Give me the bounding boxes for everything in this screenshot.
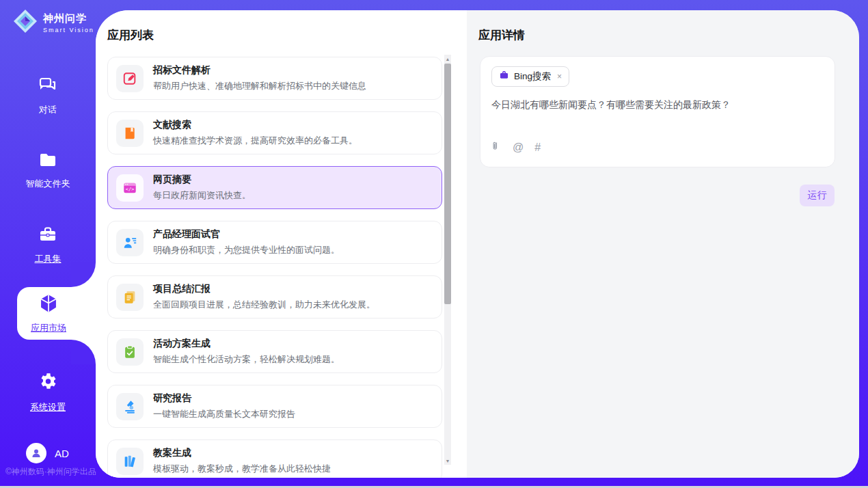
sidebar-item-label: 系统设置 [30, 402, 66, 412]
app-list-item[interactable]: 教案生成 模板驱动，教案秒成，教学准备从此轻松快捷 [107, 439, 442, 478]
microscope-icon [116, 393, 144, 420]
app-item-desc: 快速精准查找学术资源，提高研究效率的必备工具。 [153, 135, 357, 147]
app-item-desc: 帮助用户快速、准确地理解和解析招标书中的关键信息 [153, 80, 366, 92]
svg-text:</>: </> [126, 187, 134, 192]
sidebar-item-label: 应用市场 [31, 323, 66, 333]
avatar [26, 443, 46, 463]
attachment-toolbar: @ # [491, 140, 541, 154]
mention-at-icon[interactable]: @ [513, 141, 524, 154]
app-item-desc: 一键智能生成高质量长文本研究报告 [153, 408, 295, 420]
app-item-title: 教案生成 [153, 447, 331, 459]
app-item-desc: 每日政府新闻资讯快查。 [153, 189, 251, 202]
interview-icon [116, 229, 144, 256]
app-item-title: 招标文件解析 [153, 64, 366, 77]
paperclip-icon[interactable] [491, 140, 502, 154]
main-container: 应用列表 招标文件解析 帮助用户快速、准确地理解和解析招标书中的关键信息 文献搜… [96, 10, 859, 478]
app-item-desc: 智能生成个性化活动方案，轻松解决规划难题。 [153, 353, 340, 366]
sidebar-item-smart-folder[interactable]: 智能文件夹 [0, 152, 96, 190]
browser-code-icon: </> [116, 174, 144, 202]
app-item-title: 产品经理面试官 [153, 228, 340, 241]
briefcase-tool-icon [499, 70, 509, 83]
app-list-item[interactable]: 招标文件解析 帮助用户快速、准确地理解和解析招标书中的关键信息 [107, 57, 442, 100]
brand-name: 神州问学 [43, 12, 94, 25]
gem-logo-icon [12, 8, 38, 37]
user-account[interactable]: AD [26, 443, 69, 463]
copyright-footer: ©神州数码·神州问学出品 [5, 466, 96, 478]
chat-icon [0, 77, 96, 97]
clipboard-check-icon [116, 338, 144, 366]
app-item-title: 文献搜索 [153, 119, 357, 131]
book-icon [116, 120, 144, 147]
run-button[interactable]: 运行 [800, 185, 835, 206]
app-list-item[interactable]: 项目总结汇报 全面回顾项目进展，总结经验教训，助力未来优化发展。 [107, 275, 442, 318]
brand-tagline: Smart Vision [43, 27, 94, 33]
app-item-title: 研究报告 [153, 392, 295, 405]
app-item-desc: 模板驱动，教案秒成，教学准备从此轻松快捷 [153, 463, 331, 475]
tool-tag-bing-search[interactable]: Bing搜索 × [491, 66, 569, 87]
app-item-desc: 明确身份和职责，为您提供专业性的面试问题。 [153, 244, 340, 256]
sidebar-item-app-market[interactable]: 应用市场 [17, 287, 96, 340]
sidebar-item-chat[interactable]: 对话 [0, 77, 96, 116]
sidebar-item-label: 对话 [39, 105, 57, 115]
app-list-title: 应用列表 [107, 27, 467, 43]
app-detail-panel: 应用详情 Bing搜索 × 今日湖北有哪些新闻要点？有哪些需要关注的最新政策？ [467, 10, 859, 478]
app-item-title: 项目总结汇报 [153, 283, 375, 295]
sidebar-item-label: 工具集 [35, 254, 62, 264]
gear-icon [0, 371, 96, 394]
report-docs-icon [116, 284, 144, 311]
sidebar-item-label: 智能文件夹 [26, 178, 70, 189]
close-icon[interactable]: × [557, 72, 562, 81]
edit-note-icon [116, 65, 144, 92]
sidebar-item-settings[interactable]: 系统设置 [0, 371, 96, 414]
query-input[interactable]: 今日湖北有哪些新闻要点？有哪些需要关注的最新政策？ [491, 99, 821, 111]
app-detail-title: 应用详情 [478, 27, 859, 43]
sidebar: 神州问学 Smart Vision 对话 智能文件夹 [0, 0, 96, 488]
app-list: 招标文件解析 帮助用户快速、准确地理解和解析招标书中的关键信息 文献搜索 快速精… [96, 57, 467, 478]
briefcase-icon [0, 226, 96, 246]
scrollbar[interactable]: ▲ ▼ [444, 55, 451, 465]
hash-icon[interactable]: # [534, 141, 541, 154]
app-list-item[interactable]: 文献搜索 快速精准查找学术资源，提高研究效率的必备工具。 [107, 111, 442, 154]
bubble-corner-bottom [71, 340, 96, 364]
sidebar-item-toolset[interactable]: 工具集 [0, 226, 96, 265]
folder-icon [0, 152, 96, 171]
app-list-item[interactable]: </> 网页摘要 每日政府新闻资讯快查。 [107, 166, 442, 209]
app-list-item[interactable]: 活动方案生成 智能生成个性化活动方案，轻松解决规划难题。 [107, 330, 442, 373]
app-item-title: 网页摘要 [153, 174, 251, 186]
scrollbar-thumb[interactable] [444, 64, 451, 304]
app-list-panel: 应用列表 招标文件解析 帮助用户快速、准确地理解和解析招标书中的关键信息 文献搜… [96, 10, 467, 478]
bubble-corner-top [71, 262, 96, 287]
scroll-down-icon[interactable]: ▼ [444, 457, 451, 465]
tool-tag-label: Bing搜索 [514, 70, 551, 83]
cube-icon [17, 293, 80, 317]
user-initials: AD [55, 448, 69, 459]
app-list-item[interactable]: 产品经理面试官 明确身份和职责，为您提供专业性的面试问题。 [107, 221, 442, 264]
app-item-desc: 全面回顾项目进展，总结经验教训，助力未来优化发展。 [153, 299, 375, 311]
brand-logo: 神州问学 Smart Vision [12, 8, 94, 37]
app-item-title: 活动方案生成 [153, 338, 340, 350]
prompt-card: Bing搜索 × 今日湖北有哪些新闻要点？有哪些需要关注的最新政策？ @ # [480, 56, 835, 167]
app-list-item[interactable]: 研究报告 一键智能生成高质量长文本研究报告 [107, 385, 442, 428]
scroll-up-icon[interactable]: ▲ [444, 55, 451, 63]
books-icon [116, 448, 144, 475]
